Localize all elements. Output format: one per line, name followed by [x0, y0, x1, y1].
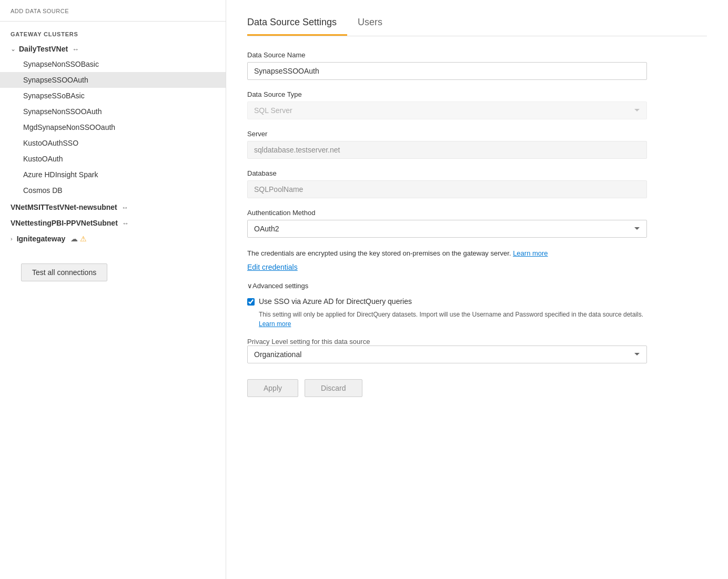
datasource-type-label: Data Source Type: [247, 90, 647, 98]
auth-method-label: Authentication Method: [247, 209, 647, 217]
cluster-children-daily-test-vnet: SynapseNonSSOBasic SynapseSSOOAuth Synap…: [0, 56, 226, 198]
learn-more-link-sso[interactable]: Learn more: [259, 320, 291, 328]
datasource-item-kusto-oauth-sso[interactable]: KustoOAuthSSO: [0, 135, 226, 151]
cluster-header-vnet-testing[interactable]: VNettestingPBI-PPVNetSubnet ↔: [0, 215, 226, 231]
form-group-datasource-name: Data Source Name: [247, 51, 647, 80]
tab-users[interactable]: Users: [358, 11, 393, 36]
datasource-item-cosmos-db[interactable]: Cosmos DB: [0, 182, 226, 198]
edit-credentials-link[interactable]: Edit credentials: [247, 263, 647, 271]
top-bar: ADD DATA SOURCE: [0, 0, 226, 22]
cluster-name-daily-test-vnet: DailyTestVNet: [19, 45, 68, 53]
cluster-group-daily-test-vnet: ⌄ DailyTestVNet ↔ SynapseNonSSOBasic Syn…: [0, 42, 226, 198]
discard-button[interactable]: Discard: [305, 379, 362, 397]
network-icon-2: ↔: [122, 204, 128, 211]
warning-icon: ⚠: [80, 235, 87, 243]
network-icon-3: ↔: [122, 219, 129, 227]
cluster-name-vnet-testing: VNettestingPBI-PPVNetSubnet: [11, 219, 118, 227]
database-value: SQLPoolName: [247, 180, 647, 198]
cluster-header-ignite[interactable]: › Ignitegateway ☁ ⚠: [0, 231, 226, 247]
cluster-header-daily-test-vnet[interactable]: ⌄ DailyTestVNet ↔: [0, 42, 226, 56]
auth-method-select[interactable]: OAuth2 Basic Windows: [247, 220, 647, 238]
sso-description: This setting will only be applied for Di…: [259, 310, 647, 329]
add-datasource-label: ADD DATA SOURCE: [11, 8, 69, 14]
form-group-auth-method: Authentication Method OAuth2 Basic Windo…: [247, 209, 647, 238]
main-content: Data Source Settings Users Data Source N…: [226, 0, 728, 579]
privacy-select[interactable]: Organizational None Private Public: [247, 346, 647, 363]
datasource-item-synapse-non-sso-basic[interactable]: SynapseNonSSOBasic: [0, 56, 226, 72]
form-group-datasource-type: Data Source Type SQL Server: [247, 90, 647, 119]
form-section: Data Source Name Data Source Type SQL Se…: [247, 51, 647, 413]
form-group-database: Database SQLPoolName: [247, 169, 647, 198]
gateway-clusters-label: GATEWAY CLUSTERS: [0, 22, 226, 42]
form-group-advanced: ∨Advanced settings Use SSO via Azure AD …: [247, 282, 647, 363]
chevron-down-icon: ⌄: [11, 45, 16, 53]
server-label: Server: [247, 130, 647, 138]
datasource-item-kusto-oauth[interactable]: KustoOAuth: [0, 151, 226, 167]
cluster-name-vnet-msit: VNetMSITTestVNet-newsubnet: [11, 203, 117, 211]
datasource-item-synapse-ssob-asic[interactable]: SynapseSSoBAsic: [0, 88, 226, 104]
cluster-name-ignite: Ignitegateway: [17, 235, 66, 243]
datasource-item-mgd-synapse[interactable]: MgdSynapseNonSSOOauth: [0, 119, 226, 135]
datasource-item-synapse-ssoo-auth[interactable]: SynapseSSOOAuth: [0, 72, 226, 88]
advanced-settings-toggle[interactable]: ∨Advanced settings: [247, 282, 647, 290]
chevron-right-icon: ›: [11, 236, 13, 242]
tabs: Data Source Settings Users: [247, 0, 707, 36]
test-connections-button[interactable]: Test all connections: [21, 263, 107, 281]
form-group-server: Server sqldatabase.testserver.net: [247, 130, 647, 159]
tab-data-source-settings[interactable]: Data Source Settings: [247, 11, 347, 36]
sso-checkbox[interactable]: [247, 298, 255, 306]
datasource-type-select: SQL Server: [247, 101, 647, 119]
learn-more-link-credentials[interactable]: Learn more: [513, 249, 548, 257]
datasource-item-synapse-non-ssoo-auth[interactable]: SynapseNonSSOOAuth: [0, 104, 226, 119]
sso-checkbox-row: Use SSO via Azure AD for DirectQuery que…: [247, 297, 647, 306]
action-buttons: Apply Discard: [247, 379, 647, 413]
datasource-item-azure-hd-insight[interactable]: Azure HDInsight Spark: [0, 167, 226, 182]
network-icon: ↔: [72, 45, 79, 53]
privacy-label: Privacy Level setting for this data sour…: [247, 338, 370, 346]
credentials-text: The credentials are encrypted using the …: [247, 248, 647, 259]
sso-checkbox-label: Use SSO via Azure AD for DirectQuery que…: [259, 297, 412, 306]
sidebar-content: ⌄ DailyTestVNet ↔ SynapseNonSSOBasic Syn…: [0, 42, 226, 579]
cluster-header-vnet-msit[interactable]: VNetMSITTestVNet-newsubnet ↔: [0, 199, 226, 215]
sidebar: ADD DATA SOURCE GATEWAY CLUSTERS ⌄ Daily…: [0, 0, 226, 579]
form-group-credentials: The credentials are encrypted using the …: [247, 248, 647, 271]
datasource-name-label: Data Source Name: [247, 51, 647, 59]
form-group-privacy: Privacy Level setting for this data sour…: [247, 337, 647, 363]
datasource-name-input[interactable]: [247, 62, 647, 80]
cloud-icon: ☁: [70, 235, 78, 243]
database-label: Database: [247, 169, 647, 177]
server-value: sqldatabase.testserver.net: [247, 141, 647, 159]
apply-button[interactable]: Apply: [247, 379, 298, 397]
